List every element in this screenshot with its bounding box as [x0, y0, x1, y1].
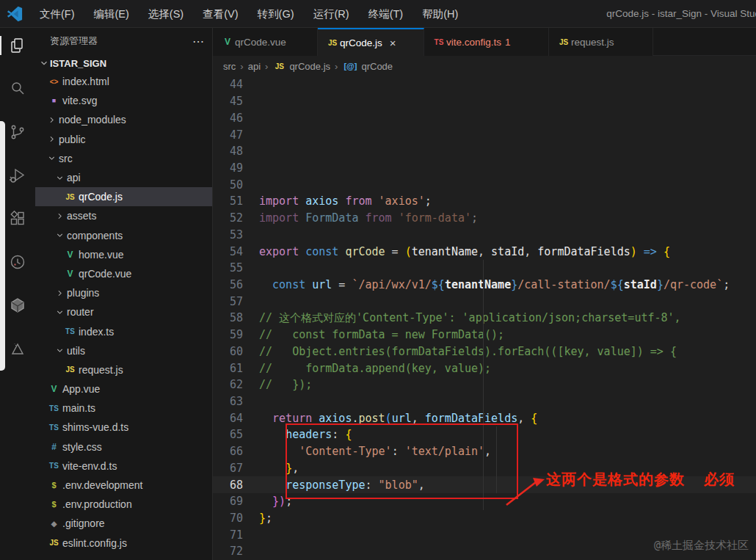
explorer-more-actions-icon[interactable]: ⋯ [192, 34, 205, 48]
tab-qrCode.js[interactable]: JSqrCode.js× [318, 28, 424, 56]
tree-folder-router[interactable]: router [35, 302, 212, 321]
mountain-extension-icon[interactable] [8, 339, 27, 358]
tree-folder-src[interactable]: src [35, 149, 212, 168]
code-line-text: // formData.append(key, value); [247, 362, 491, 375]
line-number: 47 [213, 128, 247, 142]
svg-file-icon: ■ [47, 97, 61, 104]
tree-file-qrCode.vue[interactable]: VqrCode.vue [35, 264, 212, 283]
menu-item-6[interactable]: 运行(R) [303, 0, 358, 28]
code-line-47: 47 [213, 126, 756, 143]
clock-extension-icon[interactable] [8, 252, 27, 272]
sym-file-icon: [@] [342, 62, 358, 70]
menu-item-2[interactable]: 编辑(E) [84, 0, 139, 28]
tab-vite.config.ts[interactable]: TSvite.config.ts1 [424, 28, 549, 56]
breadcrumb-segment-src[interactable]: src [223, 61, 236, 72]
tree-item-label: assets [65, 210, 96, 222]
menu-item-3[interactable]: 选择(S) [139, 0, 193, 28]
vue-file-icon: V [220, 37, 235, 47]
tree-item-label: eslint.config.js [61, 537, 127, 549]
breadcrumb: src›api›JSqrCode.js›[@]qrCode [213, 56, 756, 76]
tree-item-label: style.css [61, 441, 102, 453]
tab-qrCode.vue[interactable]: VqrCode.vue [213, 28, 318, 56]
tree-file-main.ts[interactable]: TSmain.ts [35, 399, 212, 418]
line-number: 68 [213, 479, 247, 492]
workspace-root-row[interactable]: ISTAR_SIGN [35, 54, 212, 72]
extensions-icon[interactable] [8, 209, 27, 228]
run-and-debug-icon[interactable] [8, 166, 27, 185]
breadcrumb-segment-qrCode[interactable]: qrCode [361, 61, 393, 72]
tree-file-request.js[interactable]: JSrequest.js [35, 360, 212, 379]
tree-file-.gitignore[interactable]: ◆.gitignore [35, 514, 212, 533]
breadcrumb-segment-api[interactable]: api [248, 61, 261, 72]
tree-file-vite-env.d.ts[interactable]: TSvite-env.d.ts [35, 457, 212, 476]
code-line-text: export const qrCode = (tenantName, staId… [247, 245, 670, 258]
code-line-59: 59// const formData = new FormData(); [213, 327, 756, 343]
tree-file-eslint.config.js[interactable]: JSeslint.config.js [35, 534, 212, 553]
search-icon[interactable] [8, 79, 27, 98]
file-tree: <>index.html■vite.svgnode_modulespublics… [35, 72, 212, 553]
code-line-71: 71 [213, 526, 756, 543]
tree-file-home.vue[interactable]: Vhome.vue [35, 245, 212, 264]
vue-file-icon: V [63, 250, 77, 260]
tree-file-shims-vue.d.ts[interactable]: TSshims-vue.d.ts [35, 418, 212, 437]
tree-file-.env.production[interactable]: $.env.production [35, 495, 212, 514]
tree-folder-utils[interactable]: utils [35, 341, 212, 360]
tree-item-label: public [57, 134, 86, 145]
code-editor[interactable]: 4445464748495051import axios from 'axios… [213, 76, 756, 560]
line-number: 69 [213, 495, 247, 508]
line-number: 65 [213, 428, 247, 441]
line-number: 71 [213, 528, 247, 542]
tree-item-label: index.html [61, 76, 109, 87]
tree-file-index.ts[interactable]: TSindex.ts [35, 321, 212, 341]
menu-item-4[interactable]: 查看(V) [193, 0, 247, 28]
chevron-right-icon [46, 115, 57, 125]
menu-item-5[interactable]: 转到(G) [248, 0, 304, 28]
breadcrumb-separator: › [333, 61, 339, 72]
code-line-45: 45 [213, 93, 756, 110]
line-number: 63 [213, 395, 247, 408]
tree-file-vite.svg[interactable]: ■vite.svg [35, 91, 212, 110]
line-number: 49 [213, 161, 247, 175]
line-number: 54 [213, 245, 247, 258]
tree-file-index.html[interactable]: <>index.html [35, 72, 212, 91]
tree-file-style.css[interactable]: #style.css [35, 437, 212, 457]
line-number: 67 [213, 462, 247, 475]
tree-file-qrCode.js[interactable]: JSqrCode.js [35, 187, 212, 206]
tree-item-label: App.vue [61, 383, 100, 395]
code-line-56: 56 const url = `/api/wx/v1/${tenantName}… [213, 277, 756, 294]
tree-file-App.vue[interactable]: VApp.vue [35, 379, 212, 399]
tree-folder-plugins[interactable]: plugins [35, 283, 212, 302]
tree-folder-public[interactable]: public [35, 130, 212, 149]
tree-folder-api[interactable]: api [35, 168, 212, 187]
code-line-62: 62// }); [213, 377, 756, 393]
menu-item-1[interactable]: 文件(F) [30, 0, 84, 28]
tree-folder-components[interactable]: components [35, 226, 212, 245]
code-line-44: 44 [213, 76, 756, 93]
tab-label: qrCode.js [340, 37, 382, 48]
line-number: 45 [213, 95, 247, 108]
breadcrumb-segment-qrCode.js[interactable]: qrCode.js [289, 61, 330, 72]
indent-guide [496, 426, 497, 493]
tab-request.js[interactable]: JSrequest.js [549, 28, 653, 56]
code-line-text: }, [247, 462, 299, 475]
line-number: 60 [213, 345, 247, 358]
explorer-icon[interactable] [8, 36, 27, 55]
menu-bar: 文件(F)编辑(E)选择(S)查看(V)转到(G)运行(R)终端(T)帮助(H) [30, 0, 468, 27]
close-icon[interactable]: × [390, 37, 396, 49]
code-line-68: 68 responseType: "blob", [213, 476, 756, 493]
menu-item-7[interactable]: 终端(T) [359, 0, 413, 28]
chevron-right-icon [46, 134, 57, 144]
tree-folder-assets[interactable]: assets [35, 206, 212, 225]
js-file-icon: JS [47, 539, 61, 547]
menu-item-8[interactable]: 帮助(H) [412, 0, 468, 28]
tree-file-.env.development[interactable]: $.env.development [35, 476, 212, 495]
cube-extension-icon[interactable] [8, 296, 27, 315]
tree-folder-node_modules[interactable]: node_modules [35, 110, 212, 129]
line-number: 70 [213, 512, 247, 525]
tree-item-label: .env.production [61, 498, 132, 510]
tree-item-label: main.ts [61, 402, 95, 414]
vscode-logo-icon [7, 6, 23, 22]
source-control-icon[interactable] [8, 123, 27, 142]
line-number: 72 [213, 545, 247, 558]
line-number: 66 [213, 445, 247, 458]
